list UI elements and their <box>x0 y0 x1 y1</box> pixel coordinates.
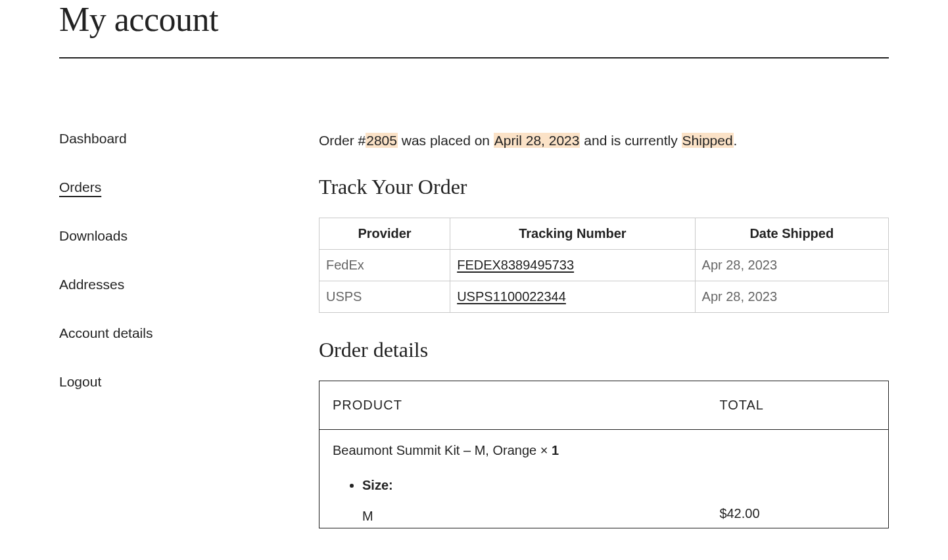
order-mid2: and is currently <box>580 133 681 148</box>
order-mid1: was placed on <box>398 133 494 148</box>
product-qty: 1 <box>552 443 559 457</box>
order-number: 2805 <box>366 133 398 148</box>
cell-provider: FedEx <box>320 250 450 281</box>
th-product: PRODUCT <box>320 381 707 430</box>
account-nav: Dashboard Orders Downloads Addresses Acc… <box>59 131 319 528</box>
th-provider: Provider <box>320 218 450 250</box>
order-suffix: . <box>734 133 738 148</box>
cell-product: Beaumont Summit Kit – M, Orange × 1 Size… <box>320 430 707 528</box>
content: Order #2805 was placed on April 28, 2023… <box>319 131 889 528</box>
nav-addresses[interactable]: Addresses <box>59 277 124 292</box>
tracking-link[interactable]: USPS1100022344 <box>457 289 566 304</box>
cell-date: Apr 28, 2023 <box>695 281 888 313</box>
nav-logout[interactable]: Logout <box>59 374 101 389</box>
cell-provider: USPS <box>320 281 450 313</box>
nav-orders[interactable]: Orders <box>59 179 101 195</box>
tracking-link[interactable]: FEDEX8389495733 <box>457 258 574 272</box>
order-summary: Order #2805 was placed on April 28, 2023… <box>319 131 889 150</box>
nav-account-details[interactable]: Account details <box>59 325 153 340</box>
product-name: Beaumont Summit Kit – M, Orange <box>333 443 540 457</box>
tracking-row: FedEx FEDEX8389495733 Apr 28, 2023 <box>320 250 889 281</box>
variation-value: M <box>362 509 693 524</box>
th-total: TOTAL <box>706 381 888 430</box>
variation-list: Size: M <box>333 478 693 524</box>
tracking-header-row: Provider Tracking Number Date Shipped <box>320 218 889 250</box>
details-header-row: PRODUCT TOTAL <box>320 381 889 430</box>
nav-dashboard[interactable]: Dashboard <box>59 131 127 146</box>
tracking-row: USPS USPS1100022344 Apr 28, 2023 <box>320 281 889 313</box>
th-tracking: Tracking Number <box>450 218 695 250</box>
variation-size: Size: M <box>362 478 693 524</box>
variation-label: Size: <box>362 478 393 492</box>
details-heading: Order details <box>319 338 889 362</box>
cell-date: Apr 28, 2023 <box>695 250 888 281</box>
th-date: Date Shipped <box>695 218 888 250</box>
order-status: Shipped <box>682 133 734 148</box>
tracking-table: Provider Tracking Number Date Shipped Fe… <box>319 218 889 313</box>
page-title: My account <box>59 0 889 58</box>
order-date: April 28, 2023 <box>494 133 581 148</box>
layout: Dashboard Orders Downloads Addresses Acc… <box>59 131 889 528</box>
qty-times: × <box>540 443 552 457</box>
details-row: Beaumont Summit Kit – M, Orange × 1 Size… <box>320 430 889 528</box>
nav-downloads[interactable]: Downloads <box>59 228 128 243</box>
order-details-table: PRODUCT TOTAL Beaumont Summit Kit – M, O… <box>319 381 889 528</box>
cell-total: $42.00 <box>706 430 888 528</box>
track-heading: Track Your Order <box>319 175 889 199</box>
order-prefix: Order # <box>319 133 366 148</box>
product-name-line: Beaumont Summit Kit – M, Orange × 1 <box>333 443 693 458</box>
